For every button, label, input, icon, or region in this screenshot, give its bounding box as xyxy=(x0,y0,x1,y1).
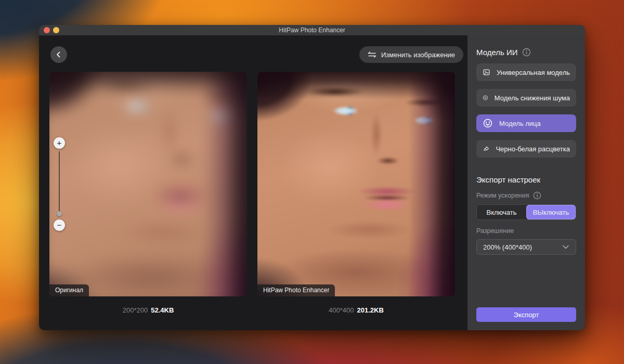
change-image-label: Изменить изображение xyxy=(381,51,455,59)
model-button-face[interactable]: Модель лица xyxy=(476,114,576,132)
acceleration-off-button[interactable]: ВЫключать xyxy=(526,205,576,219)
enhanced-caption: 400*400201.2KB xyxy=(257,306,455,314)
model-label: Универсальная модель xyxy=(497,69,570,76)
acceleration-segmented-control: Включать ВЫключать xyxy=(476,204,576,220)
export-button[interactable]: Экспорт xyxy=(476,307,576,322)
model-button-colorize[interactable]: Черно-белая расцветка xyxy=(476,140,576,158)
app-window: HitPaw Photo Enhancer Изменить изображен… xyxy=(39,25,585,330)
model-button-universal[interactable]: Универсальная модель xyxy=(476,63,576,81)
sidebar: Модель ИИ Универсальная модель xyxy=(467,35,585,330)
original-caption: 200*20052.4KB xyxy=(49,306,247,314)
export-settings-header: Экспорт настроек xyxy=(476,175,576,184)
brush-icon xyxy=(483,144,489,154)
model-label: Черно-белая расцветка xyxy=(496,145,570,153)
image-icon xyxy=(483,67,490,77)
face-icon xyxy=(483,118,493,128)
zoom-slider-track[interactable] xyxy=(59,151,60,214)
resolution-dropdown[interactable]: 200% (400*400) xyxy=(476,239,576,255)
zoom-out-button[interactable]: − xyxy=(54,219,65,231)
enhanced-filesize: 201.2KB xyxy=(357,306,384,314)
swap-icon xyxy=(368,51,376,58)
titlebar: HitPaw Photo Enhancer xyxy=(39,25,585,35)
original-photo xyxy=(49,72,247,296)
acceleration-label: Режим ускорения xyxy=(476,192,529,199)
noise-icon xyxy=(483,93,488,103)
original-dimensions: 200*200 xyxy=(123,306,148,314)
change-image-button[interactable]: Изменить изображение xyxy=(359,46,463,63)
original-image-panel[interactable]: Оригинал xyxy=(49,72,247,296)
back-button[interactable] xyxy=(50,46,67,63)
acceleration-on-button[interactable]: Включать xyxy=(477,205,526,219)
resolution-value: 200% (400*400) xyxy=(483,243,532,251)
enhanced-badge: HitPaw Photo Enhancer xyxy=(257,284,335,296)
enhanced-photo xyxy=(257,72,455,296)
info-icon[interactable] xyxy=(533,191,541,200)
desktop: { "window": { "title": "HitPaw Photo Enh… xyxy=(0,0,624,364)
chevron-down-icon xyxy=(562,244,569,250)
info-icon[interactable] xyxy=(522,48,531,57)
model-label: Модель снижения шума xyxy=(495,94,570,102)
model-button-noise[interactable]: Модель снижения шума xyxy=(476,89,576,107)
enhanced-dimensions: 400*400 xyxy=(329,306,354,314)
original-badge: Оригинал xyxy=(49,284,89,296)
zoom-slider-thumb[interactable] xyxy=(57,211,62,216)
chevron-left-icon xyxy=(55,50,63,59)
original-filesize: 52.4KB xyxy=(151,306,174,314)
model-section-header: Модель ИИ xyxy=(476,48,576,57)
resolution-label: Разрешение xyxy=(476,227,576,235)
zoom-in-button[interactable]: + xyxy=(54,137,65,149)
model-header-label: Модель ИИ xyxy=(476,48,518,57)
window-title: HitPaw Photo Enhancer xyxy=(39,25,585,35)
acceleration-label-row: Режим ускорения xyxy=(476,191,576,200)
enhanced-image-panel[interactable]: HitPaw Photo Enhancer xyxy=(257,72,455,296)
model-label: Модель лица xyxy=(499,120,541,127)
